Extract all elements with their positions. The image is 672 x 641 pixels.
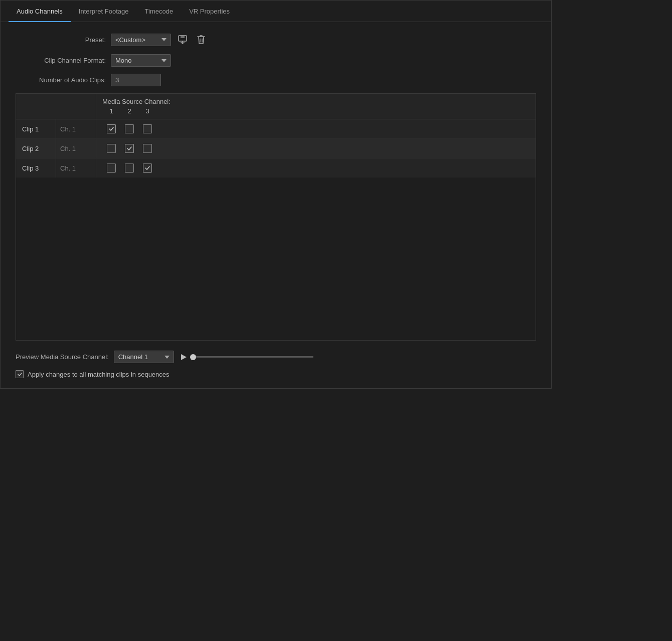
media-source-channel-label: Media Source Channel: (102, 98, 530, 105)
checkbox-clip1-ch2[interactable] (120, 124, 138, 133)
preset-row: Preset: <Custom> (16, 32, 536, 47)
table-row: Clip 2Ch. 1 (16, 139, 536, 158)
clip-channel-format-label: Clip Channel Format: (16, 57, 106, 64)
panel-content: Preset: <Custom> (1, 22, 551, 388)
play-button[interactable] (179, 353, 188, 362)
checkbox-clip3-ch2[interactable] (120, 164, 138, 173)
checkbox-clip2-ch1[interactable] (102, 144, 120, 153)
save-preset-button[interactable] (175, 33, 190, 47)
checkbox-box[interactable] (125, 164, 134, 173)
checkbox-box[interactable] (125, 144, 134, 153)
audio-scrubber[interactable] (193, 356, 313, 358)
tab-timecode[interactable]: Timecode (137, 1, 182, 22)
checkbox-box[interactable] (125, 124, 134, 133)
table-row: Clip 3Ch. 1 (16, 158, 536, 178)
save-icon (177, 35, 188, 45)
preset-controls: <Custom> (111, 32, 208, 47)
checkbox-box[interactable] (107, 124, 116, 133)
num-audio-clips-input[interactable] (111, 74, 161, 86)
scrubber-thumb[interactable] (190, 354, 196, 360)
checkbox-clip2-ch2[interactable] (120, 144, 138, 153)
preset-select[interactable]: <Custom> (111, 34, 171, 46)
clip-checkboxes-cell (96, 139, 536, 158)
preset-label: Preset: (16, 36, 106, 44)
clip-channel-cell: Ch. 1 (56, 139, 96, 158)
delete-preset-button[interactable] (194, 32, 208, 47)
svg-rect-1 (181, 36, 185, 38)
table-header: Media Source Channel: 1 2 3 (16, 94, 536, 119)
checkbox-clip1-ch3[interactable] (138, 124, 156, 133)
apply-changes-label: Apply changes to all matching clips in s… (28, 371, 170, 378)
clip-name-cell: Clip 1 (16, 119, 56, 138)
checkbox-box[interactable] (107, 164, 116, 173)
main-panel: Audio Channels Interpret Footage Timecod… (0, 0, 552, 389)
num-audio-clips-label: Number of Audio Clips: (16, 76, 106, 84)
tab-bar: Audio Channels Interpret Footage Timecod… (1, 1, 551, 22)
clip-name-cell: Clip 2 (16, 139, 56, 158)
checkbox-clip3-ch3[interactable] (138, 164, 156, 173)
checkbox-clip1-ch1[interactable] (102, 124, 120, 133)
checkbox-box[interactable] (143, 164, 152, 173)
play-icon (180, 354, 187, 361)
table-row: Clip 1Ch. 1 (16, 119, 536, 139)
preview-label: Preview Media Source Channel: (16, 353, 109, 361)
preview-row: Preview Media Source Channel: Channel 1 … (16, 351, 536, 363)
tab-interpret-footage[interactable]: Interpret Footage (71, 1, 137, 22)
checkbox-clip3-ch1[interactable] (102, 164, 120, 173)
apply-changes-row: Apply changes to all matching clips in s… (16, 370, 536, 378)
trash-icon (196, 34, 206, 45)
channel-num-1: 1 (102, 107, 120, 115)
apply-changes-checkbox[interactable] (16, 370, 24, 378)
clip-checkboxes-cell (96, 158, 536, 178)
svg-marker-4 (181, 354, 187, 360)
clip-name-cell: Clip 3 (16, 158, 56, 178)
num-audio-clips-row: Number of Audio Clips: (16, 74, 536, 86)
tab-audio-channels[interactable]: Audio Channels (9, 1, 71, 22)
clip-channel-format-controls: Mono Stereo 5.1 Adaptive (111, 54, 171, 67)
checkbox-box[interactable] (143, 124, 152, 133)
tab-vr-properties[interactable]: VR Properties (181, 1, 238, 22)
preview-channel-select[interactable]: Channel 1 Channel 2 Channel 3 (114, 351, 174, 363)
table-header-clip-col (16, 94, 96, 119)
clip-checkboxes-cell (96, 119, 536, 138)
checkbox-clip2-ch3[interactable] (138, 144, 156, 153)
clip-channel-format-select[interactable]: Mono Stereo 5.1 Adaptive (111, 54, 171, 67)
table-body: Clip 1Ch. 1Clip 2Ch. 1Clip 3Ch. 1 (16, 119, 536, 340)
channel-num-3: 3 (138, 107, 156, 115)
clip-channel-cell: Ch. 1 (56, 119, 96, 138)
clip-channel-format-row: Clip Channel Format: Mono Stereo 5.1 Ada… (16, 54, 536, 67)
table-header-channels: Media Source Channel: 1 2 3 (96, 94, 536, 119)
channel-mapping-table: Media Source Channel: 1 2 3 Clip 1Ch. 1C… (16, 93, 536, 341)
channel-numbers-row: 1 2 3 (102, 107, 530, 115)
clip-channel-cell: Ch. 1 (56, 158, 96, 178)
channel-num-2: 2 (120, 107, 138, 115)
checkbox-box[interactable] (107, 144, 116, 153)
checkbox-box[interactable] (143, 144, 152, 153)
